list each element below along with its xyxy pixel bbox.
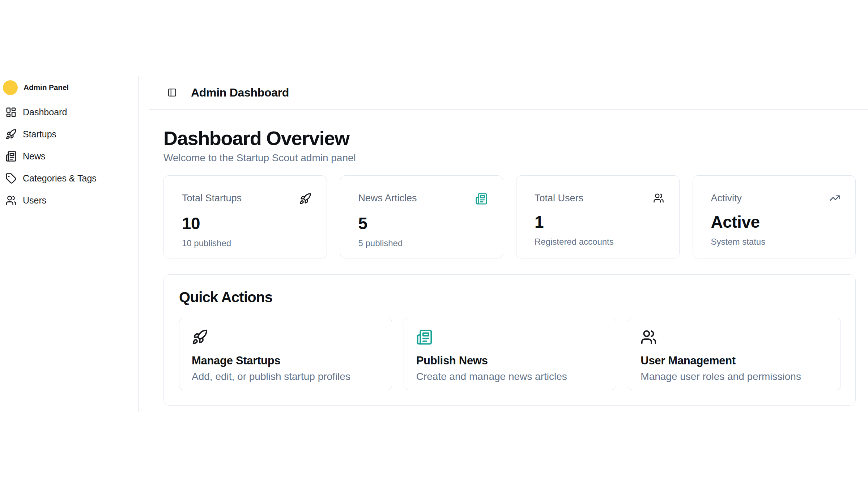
trending-up-icon xyxy=(829,193,840,205)
action-subtitle: Create and manage news articles xyxy=(416,371,604,382)
action-card-manage-startups[interactable]: Manage Startups Add, edit, or publish st… xyxy=(179,318,392,390)
users-icon xyxy=(653,193,664,205)
action-subtitle: Add, edit, or publish startup profiles xyxy=(192,371,379,382)
stat-label: Total Startups xyxy=(182,193,242,204)
stat-sub: 10 published xyxy=(182,238,311,248)
sidebar-item-categories-tags[interactable]: Categories & Tags xyxy=(0,167,138,189)
sidebar-item-users[interactable]: Users xyxy=(0,189,138,211)
stat-card-activity: Activity Active System status xyxy=(693,175,856,258)
overview-subtitle: Welcome to the Startup Scout admin panel xyxy=(163,152,856,164)
newspaper-icon xyxy=(475,193,488,206)
action-card-user-management[interactable]: User Management Manage user roles and pe… xyxy=(628,318,841,390)
dashboard-content: Dashboard Overview Welcome to the Startu… xyxy=(139,110,868,406)
quick-actions-title: Quick Actions xyxy=(179,289,841,305)
sidebar-item-startups[interactable]: Startups xyxy=(0,123,138,145)
sidebar-item-label: Categories & Tags xyxy=(23,173,97,184)
newspaper-icon xyxy=(5,151,17,162)
panel-left-icon xyxy=(167,88,177,97)
stat-value: Active xyxy=(711,212,841,232)
sidebar-item-label: Dashboard xyxy=(23,107,67,117)
sidebar-nav: Dashboard Startups News Categories & Tag… xyxy=(0,101,138,211)
stat-card-total-startups: Total Startups 10 10 published xyxy=(163,175,327,258)
stat-card-news-articles: News Articles 5 5 published xyxy=(340,175,503,258)
sidebar-item-dashboard[interactable]: Dashboard xyxy=(0,101,138,123)
brand-name: Admin Panel xyxy=(24,83,69,92)
stat-label: Total Users xyxy=(535,193,583,204)
newspaper-icon xyxy=(416,340,433,346)
stat-label: Activity xyxy=(711,193,742,204)
stat-sub: System status xyxy=(711,237,841,247)
stat-sub: Registered accounts xyxy=(535,237,664,247)
action-title: Manage Startups xyxy=(192,354,379,367)
brand[interactable]: Admin Panel xyxy=(0,77,138,98)
stat-value: 10 xyxy=(182,214,311,233)
main-area: Admin Dashboard Dashboard Overview Welco… xyxy=(139,76,868,412)
tag-icon xyxy=(5,173,17,184)
quick-actions-grid: Manage Startups Add, edit, or publish st… xyxy=(179,318,841,390)
brand-logo-circle xyxy=(3,80,18,95)
rocket-icon xyxy=(5,129,17,140)
stat-sub: 5 published xyxy=(358,238,488,248)
quick-actions-card: Quick Actions Manage Startups Add, edit,… xyxy=(163,274,856,406)
sidebar-item-label: Startups xyxy=(23,129,56,140)
sidebar-item-news[interactable]: News xyxy=(0,145,138,167)
rocket-icon xyxy=(192,340,208,346)
sidebar-item-label: News xyxy=(23,151,46,162)
overview-title: Dashboard Overview xyxy=(163,128,856,149)
action-subtitle: Manage user roles and permissions xyxy=(641,371,828,382)
action-card-publish-news[interactable]: Publish News Create and manage news arti… xyxy=(404,318,617,390)
app-root: Admin Panel Dashboard Startups News Cate… xyxy=(0,76,868,412)
action-title: Publish News xyxy=(416,354,604,367)
action-title: User Management xyxy=(641,354,828,367)
stat-card-total-users: Total Users 1 Registered accounts xyxy=(516,175,680,258)
stats-grid: Total Startups 10 10 published News Arti… xyxy=(163,175,856,258)
sidebar-toggle-button[interactable] xyxy=(167,88,177,97)
users-icon xyxy=(5,195,17,206)
sidebar-item-label: Users xyxy=(23,195,46,206)
stat-value: 1 xyxy=(535,212,664,232)
stat-label: News Articles xyxy=(358,193,417,204)
page-title: Admin Dashboard xyxy=(191,86,289,99)
rocket-icon xyxy=(299,193,311,206)
stat-value: 5 xyxy=(358,214,488,233)
topbar: Admin Dashboard xyxy=(149,76,868,110)
sidebar: Admin Panel Dashboard Startups News Cate… xyxy=(0,76,139,412)
users-icon xyxy=(641,340,657,346)
layout-dashboard-icon xyxy=(5,107,17,118)
